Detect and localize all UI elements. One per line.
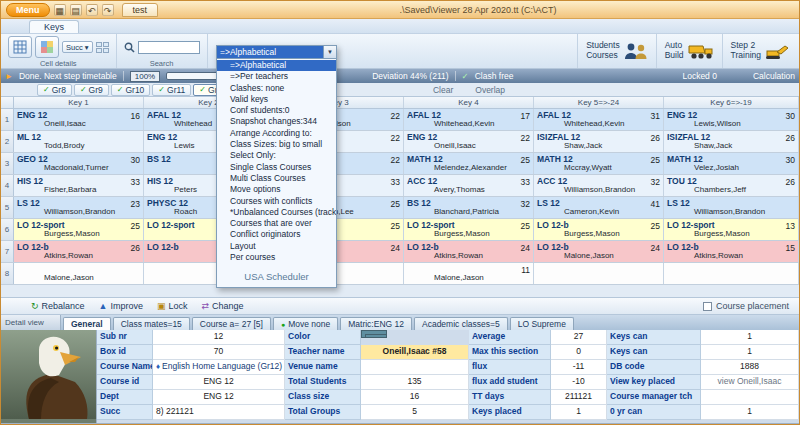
course-placement-checkbox[interactable] — [703, 302, 712, 311]
grid-cell[interactable]: ACC 12Williamson,Brandon32 — [534, 175, 664, 196]
grid-cell[interactable]: LS 12Williamson,Brandon23 — [14, 197, 144, 218]
detail-tab-lo-supreme[interactable]: LO Supreme — [510, 317, 574, 330]
document-tab[interactable]: test — [122, 3, 159, 17]
detail-value[interactable]: ENG 12 — [153, 375, 285, 390]
dropdown-item[interactable]: Clashes: none — [217, 83, 336, 94]
detail-value[interactable]: 8) 221121 — [153, 405, 285, 420]
grid-cell[interactable]: LO 12-bAtkins,Rowan24 — [404, 241, 534, 262]
grid-cell[interactable]: MATH 12Mccray,Wyatt25 — [534, 153, 664, 174]
overlap-label[interactable]: Overlap — [475, 85, 505, 95]
detail-tab-matric-eng-12[interactable]: Matric:ENG 12 — [340, 317, 412, 330]
detail-tab-move-none[interactable]: ●Move none — [273, 317, 338, 330]
detail-view-corner[interactable]: Detail view — [1, 315, 61, 330]
detail-value[interactable]: 1 — [701, 330, 799, 345]
status-calculation[interactable]: Calculation — [753, 71, 795, 81]
dropdown-item[interactable]: Layout — [217, 241, 336, 252]
color-view-button[interactable] — [35, 36, 59, 58]
search-input[interactable] — [138, 41, 200, 54]
dropdown-item[interactable]: =>Alphabetical — [217, 60, 336, 71]
detail-value[interactable]: 1888 — [701, 360, 799, 375]
grid-cell[interactable]: ML 12Todd,Brody — [14, 131, 144, 152]
detail-value[interactable]: ENG 12 — [153, 390, 285, 405]
grid-cell[interactable]: ACC 12Avery,Thomas33 — [404, 175, 534, 196]
row-number[interactable]: 3 — [1, 153, 14, 174]
grid-cell[interactable]: AFAL 12Whitehead,Kevin17 — [404, 109, 534, 130]
row-number[interactable]: 1 — [1, 109, 14, 130]
grid-cell[interactable]: MATH 12Velez,Josiah30 — [664, 153, 799, 174]
dropdown-item[interactable]: Per courses — [217, 252, 336, 263]
dropdown-item[interactable]: *Unbalanced Courses (tracker) — [217, 207, 336, 218]
grid-cell[interactable]: GEO 12Macdonald,Turner30 — [14, 153, 144, 174]
grid-cell[interactable]: ENG 12Oneill,Isaac16 — [14, 109, 144, 130]
detail-value[interactable]: ♦English Home Language (Gr12) — [153, 360, 285, 375]
chevron-down-icon[interactable]: ▼ — [323, 46, 336, 58]
cell-options-icons[interactable] — [96, 42, 109, 53]
detail-value[interactable]: 0 — [551, 345, 607, 360]
arrange-combo[interactable]: =>Alphabetical ▼ — [216, 45, 337, 59]
grade-tab-gr8[interactable]: ✓Gr8 — [37, 84, 72, 96]
row-number[interactable]: 6 — [1, 219, 14, 240]
grid-cell[interactable]: Malone,Jason11 — [404, 263, 534, 284]
grid-cell[interactable]: LO 12-bBurgess,Mason25 — [534, 219, 664, 240]
clear-label[interactable]: Clear — [433, 85, 453, 95]
dropdown-item[interactable]: Multi Class Courses — [217, 173, 336, 184]
row-number[interactable]: 7 — [1, 241, 14, 262]
detail-value[interactable]: 211121 — [551, 390, 607, 405]
grid-cell[interactable]: ENG 12Lewis,Wilson30 — [664, 109, 799, 130]
column-header[interactable]: Key 5=>-24 — [534, 97, 664, 108]
detail-value[interactable]: view Oneill,Isaac — [701, 375, 799, 390]
course-placement-option[interactable]: Course placement — [703, 301, 789, 311]
detail-value[interactable]: 27 — [551, 330, 607, 345]
grid-cell[interactable]: HIS 12Fisher,Barbara33 — [14, 175, 144, 196]
dropdown-item[interactable]: Class Sizes: big to small — [217, 139, 336, 150]
grid-cell[interactable]: MATH 12Melendez,Alexander25 — [404, 153, 534, 174]
detail-value[interactable]: 135 — [361, 375, 469, 390]
grid-cell[interactable] — [664, 263, 799, 284]
grid-cell[interactable]: LO 12-sportBurgess,Mason13 — [664, 219, 799, 240]
dropdown-item[interactable]: Select Only: — [217, 150, 336, 161]
dropdown-item[interactable]: Courses that are over — [217, 218, 336, 229]
grid-cell[interactable]: TOU 12Chambers,Jeff26 — [664, 175, 799, 196]
dropdown-item[interactable]: Snapshot changes:344 — [217, 116, 336, 127]
students-courses-button[interactable]: StudentsCourses — [577, 34, 656, 68]
grid-cell[interactable]: BS 12Blanchard,Patricia32 — [404, 197, 534, 218]
dropdown-item[interactable]: Arrange According to: — [217, 128, 336, 139]
column-header[interactable]: Key 1 — [14, 97, 144, 108]
detail-value[interactable] — [361, 330, 387, 338]
grade-tab-gr11[interactable]: ✓Gr11 — [152, 84, 191, 96]
grid-cell[interactable]: LS 12Cameron,Kevin41 — [534, 197, 664, 218]
detail-value[interactable]: -10 — [551, 375, 607, 390]
detail-value[interactable]: 5 — [361, 405, 469, 420]
row-number[interactable]: 2 — [1, 131, 14, 152]
grade-tab-gr9[interactable]: ✓Gr9 — [74, 84, 109, 96]
improve-button[interactable]: ▲Improve — [99, 301, 143, 311]
grid-cell[interactable]: LO 12-bMalone,Jason24 — [534, 241, 664, 262]
row-number[interactable]: 4 — [1, 175, 14, 196]
column-header[interactable]: Key 4 — [404, 97, 534, 108]
menu-button[interactable]: Menu — [6, 3, 50, 17]
grid-cell[interactable]: LO 12-bAtkins,Rowan26 — [14, 241, 144, 262]
tab-keys[interactable]: Keys — [29, 20, 79, 33]
dropdown-item[interactable]: =>Per teachers — [217, 71, 336, 82]
color-swatch[interactable] — [365, 334, 387, 338]
succ-dropdown[interactable]: Succ ▾ — [62, 41, 93, 53]
detail-tab-class-mates-15[interactable]: Class mates=15 — [113, 317, 190, 330]
change-button[interactable]: ⇄Change — [202, 301, 244, 311]
auto-build-button[interactable]: AutoBuild — [656, 34, 722, 68]
column-header[interactable]: Key 6=>-19 — [664, 97, 799, 108]
detail-value[interactable]: 1 — [701, 345, 799, 360]
grid-cell[interactable]: ENG 12Oneill,Isaac22 — [404, 131, 534, 152]
grid-cell[interactable]: LO 12-sportBurgess,Mason25 — [404, 219, 534, 240]
detail-value[interactable]: Oneill,Isaac #58 — [361, 345, 469, 360]
grid-cell[interactable]: AFAL 12Whitehead,Kevin31 — [534, 109, 664, 130]
detail-value[interactable]: 12 — [153, 330, 285, 345]
rebalance-button[interactable]: ↻Rebalance — [31, 301, 85, 311]
grid-cell[interactable]: ISIZFAL 12Shaw,Jack26 — [664, 131, 799, 152]
grid-cell[interactable]: LO 12-bAtkins,Rowan15 — [664, 241, 799, 262]
detail-tab-course-a-27-5-[interactable]: Course a= 27 [5] — [192, 317, 271, 330]
grid-cell[interactable] — [534, 263, 664, 284]
print-icon[interactable]: ▤ — [70, 4, 82, 16]
dropdown-item[interactable]: Single Class Courses — [217, 162, 336, 173]
grid-view-button[interactable] — [8, 36, 32, 58]
save-icon[interactable]: ▦ — [54, 4, 66, 16]
